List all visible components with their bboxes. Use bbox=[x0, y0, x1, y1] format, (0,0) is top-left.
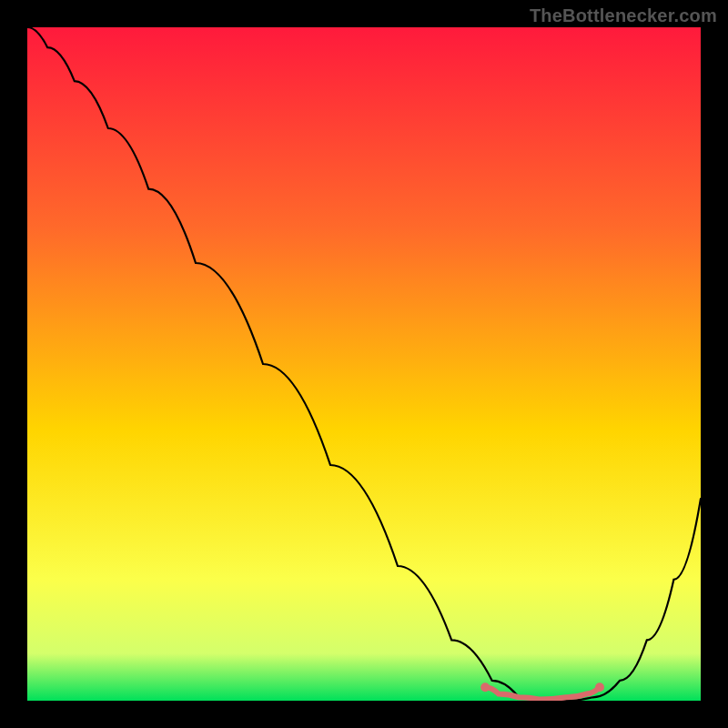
watermark-text: TheBottlenecker.com bbox=[530, 5, 717, 26]
optimal-end-dot bbox=[595, 682, 604, 692]
optimal-start-dot bbox=[480, 682, 490, 692]
plot-area bbox=[27, 27, 701, 701]
chart-container: TheBottlenecker.com bbox=[0, 0, 728, 728]
chart-svg bbox=[27, 27, 701, 701]
gradient-bg bbox=[27, 27, 701, 701]
